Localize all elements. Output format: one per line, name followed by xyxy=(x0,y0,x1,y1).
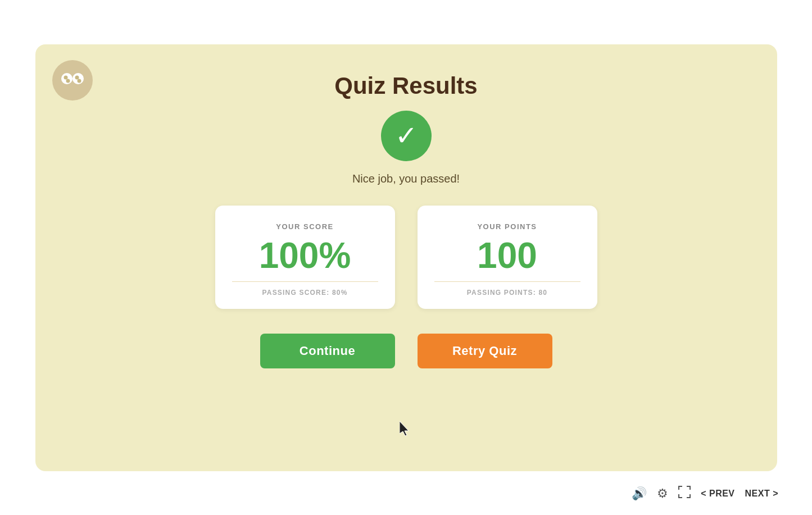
bottom-bar: 🔊 ⚙ < PREV NEXT > xyxy=(632,486,778,502)
pass-icon-circle: ✓ xyxy=(381,111,432,161)
score-card-label: YOUR SCORE xyxy=(276,222,333,231)
svg-point-5 xyxy=(77,79,81,83)
pass-message: Nice job, you passed! xyxy=(352,172,460,185)
points-card-value: 100 xyxy=(477,238,537,274)
score-cards-row: YOUR SCORE 100% PASSING SCORE: 80% YOUR … xyxy=(215,206,597,309)
fullscreen-icon[interactable] xyxy=(678,486,691,502)
prev-button[interactable]: < PREV xyxy=(701,489,734,499)
checkmark-icon: ✓ xyxy=(395,122,418,149)
score-divider xyxy=(232,281,378,282)
points-card-label: YOUR POINTS xyxy=(477,222,537,231)
points-card: YOUR POINTS 100 PASSING POINTS: 80 xyxy=(418,206,597,309)
next-button[interactable]: NEXT > xyxy=(745,489,778,499)
score-card-value: 100% xyxy=(259,238,351,274)
settings-icon[interactable]: ⚙ xyxy=(657,486,668,501)
svg-point-4 xyxy=(75,76,79,80)
logo-circle xyxy=(52,60,93,101)
svg-point-3 xyxy=(66,79,70,83)
score-passing-label: PASSING SCORE: 80% xyxy=(262,289,347,297)
volume-icon[interactable]: 🔊 xyxy=(632,486,647,501)
logo-icon xyxy=(60,70,85,90)
buttons-row: Continue Retry Quiz xyxy=(260,334,552,368)
points-passing-label: PASSING POINTS: 80 xyxy=(467,289,547,297)
page-wrapper: Quiz Results ✓ Nice job, you passed! YOU… xyxy=(0,0,812,515)
score-card: YOUR SCORE 100% PASSING SCORE: 80% xyxy=(215,206,395,309)
retry-button[interactable]: Retry Quiz xyxy=(418,334,552,368)
points-divider xyxy=(434,281,580,282)
page-title: Quiz Results xyxy=(334,72,477,99)
continue-button[interactable]: Continue xyxy=(260,334,395,368)
svg-point-2 xyxy=(63,76,67,80)
main-card: Quiz Results ✓ Nice job, you passed! YOU… xyxy=(35,44,777,471)
